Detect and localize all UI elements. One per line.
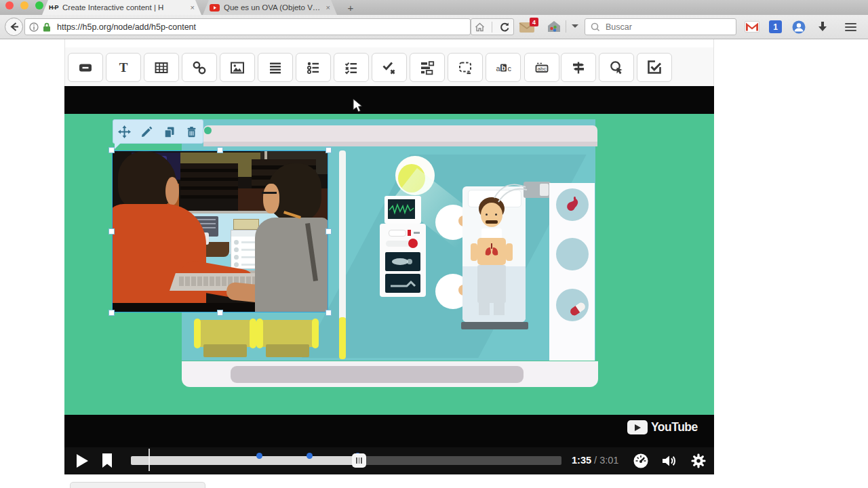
scene-top-bar <box>203 125 597 146</box>
dropdown-caret-icon[interactable] <box>571 24 579 29</box>
back-arrow-icon <box>9 22 19 32</box>
scene-rug <box>231 366 524 383</box>
selected-image-element[interactable] <box>112 150 328 312</box>
https-lock-icon[interactable] <box>43 22 51 32</box>
onetab-icon[interactable]: 1 <box>769 20 782 33</box>
new-tab-button[interactable]: + <box>341 0 360 15</box>
zoom-window-button[interactable] <box>35 1 43 9</box>
patient-mustache <box>486 220 498 224</box>
patient-chest <box>477 238 506 265</box>
toolbar-button-image[interactable] <box>220 53 255 82</box>
resize-handle-ne[interactable] <box>326 147 332 153</box>
left-boy-shirt <box>112 204 206 312</box>
toolbar-button-drag-text[interactable] <box>448 53 483 82</box>
drag-text-icon <box>457 60 473 76</box>
interaction-dot[interactable] <box>307 453 313 459</box>
next-section-tab <box>70 482 205 488</box>
tab-close-icon[interactable]: × <box>326 3 330 12</box>
close-window-button[interactable] <box>5 1 14 9</box>
page-info-icon[interactable] <box>29 22 39 32</box>
resize-handle-n[interactable] <box>217 147 223 153</box>
toolbar-button-link[interactable] <box>182 53 217 82</box>
image-content <box>112 150 328 312</box>
urlbar-buttons <box>471 18 514 35</box>
timeline[interactable] <box>131 456 561 465</box>
search-input[interactable] <box>604 22 730 33</box>
svg-text:T: T <box>119 60 128 75</box>
toolbar-button-single-choice-set[interactable] <box>296 53 331 82</box>
resize-handle-w[interactable] <box>108 228 115 235</box>
divider <box>566 20 566 33</box>
toolbar-button-navigation-hotspot[interactable] <box>599 53 634 82</box>
copy-icon[interactable] <box>163 125 176 138</box>
account-icon[interactable] <box>792 20 806 34</box>
youtube-watermark[interactable]: YouTube <box>627 420 698 434</box>
toolbar-button-multiple-choice[interactable] <box>334 53 369 82</box>
toolbar-button-statements[interactable] <box>258 53 293 82</box>
left-boy-face <box>165 177 179 205</box>
bookmark-button[interactable] <box>101 453 113 468</box>
youtube-favicon-icon <box>210 4 220 12</box>
youtube-play-icon <box>627 420 648 434</box>
toolbar-button-questionnaire[interactable] <box>637 53 672 82</box>
browser-nav-bar: 4 1 <box>0 15 868 39</box>
tab-close-icon[interactable]: × <box>191 3 195 12</box>
url-input[interactable] <box>56 22 466 33</box>
video-scene[interactable] <box>64 114 714 415</box>
toolbar-button-table[interactable] <box>144 53 179 82</box>
bookmark-marker[interactable] <box>149 449 150 471</box>
toolbar-button-label[interactable] <box>68 53 103 82</box>
tab-h5p[interactable]: H-P Create Interactive content | H × <box>42 0 201 15</box>
lungs-icon <box>484 243 499 257</box>
toolbar-button-text[interactable]: T <box>106 53 141 82</box>
move-icon[interactable] <box>118 125 131 138</box>
settings-gear-icon[interactable] <box>690 452 707 470</box>
stomach-icon <box>565 197 580 213</box>
resize-handle-e[interactable] <box>326 228 332 235</box>
interaction-dot[interactable] <box>256 453 262 459</box>
mail-extension-icon[interactable]: 4 <box>519 20 535 33</box>
resize-handle-nw[interactable] <box>108 147 115 153</box>
play-button[interactable] <box>75 453 89 468</box>
green-handle-dot[interactable] <box>204 127 212 134</box>
toolbar-button-crossroads[interactable] <box>561 53 596 82</box>
search-bar[interactable] <box>585 18 736 35</box>
toolbar-button-fill-in-the-blanks[interactable]: abc <box>524 53 559 82</box>
delete-icon[interactable] <box>185 125 198 138</box>
resize-handle-sw[interactable] <box>108 310 115 316</box>
wall-divider <box>339 150 346 320</box>
scrubber-handle[interactable] <box>352 453 366 468</box>
home-icon[interactable] <box>475 22 485 32</box>
browser-tab-bar: H-P Create Interactive content | H × Que… <box>0 0 868 15</box>
gmail-icon[interactable] <box>745 21 760 33</box>
drag-and-drop-icon <box>419 60 435 76</box>
fill-in-the-blanks-icon: abc <box>534 60 550 76</box>
volume-icon[interactable] <box>661 453 678 469</box>
scene-bottom-bar <box>182 361 598 387</box>
menu-icon[interactable] <box>845 21 856 33</box>
toolbar-button-mark-the-words[interactable]: abc <box>486 53 521 82</box>
back-button[interactable] <box>5 18 23 36</box>
minimize-window-button[interactable] <box>20 1 28 9</box>
tab-youtube[interactable]: Que es un OVA (Objeto Virtu × <box>203 0 337 15</box>
resize-handle-se[interactable] <box>326 310 332 316</box>
homepage-extension-icon[interactable] <box>547 20 561 33</box>
playback-speed-icon[interactable] <box>632 452 650 470</box>
resize-handle-s[interactable] <box>217 310 223 316</box>
reload-icon[interactable] <box>499 22 510 33</box>
toolbar-button-drag-and-drop[interactable] <box>410 53 445 82</box>
navigation-hotspot-icon <box>608 60 625 76</box>
table-icon <box>153 60 170 76</box>
search-icon <box>591 22 600 32</box>
right-boy-face <box>263 184 279 214</box>
download-arrow-icon[interactable] <box>816 20 829 33</box>
url-bar[interactable] <box>24 18 471 35</box>
hospital-bed <box>462 186 526 322</box>
edit-icon[interactable] <box>140 125 153 138</box>
h5p-favicon: H-P <box>49 4 58 11</box>
time-display: 1:35 / 3:01 <box>572 455 618 466</box>
toolbar-button-true-false[interactable] <box>372 53 407 82</box>
single-choice-icon <box>305 60 321 76</box>
patient-face <box>481 203 502 227</box>
bed-footboard <box>461 322 528 329</box>
